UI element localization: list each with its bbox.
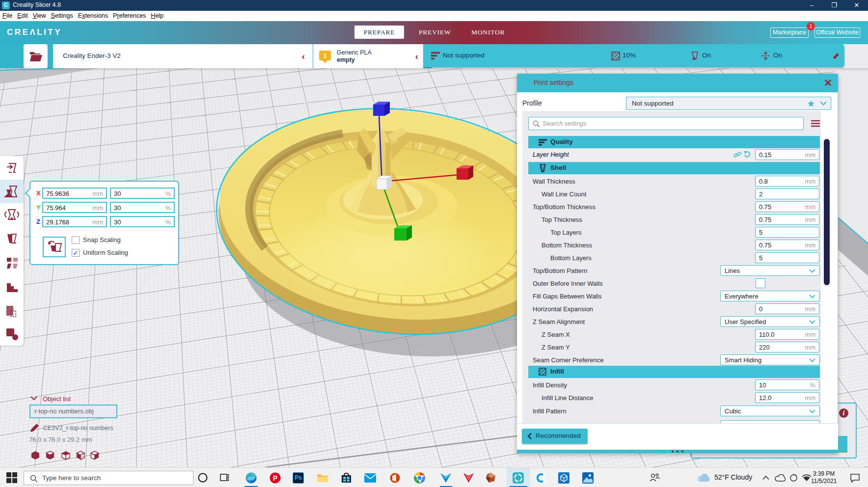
svg-text:P: P bbox=[273, 474, 277, 482]
svg-text:1: 1 bbox=[324, 53, 327, 59]
